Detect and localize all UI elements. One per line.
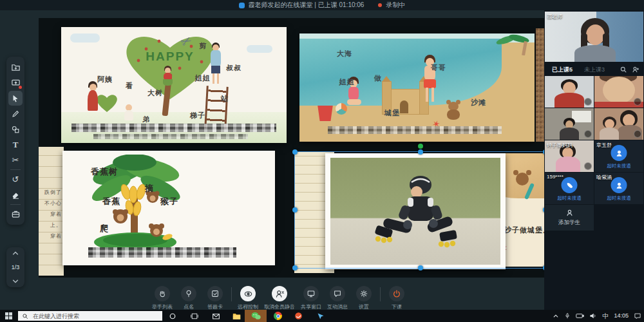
- roll-call-button[interactable]: 点名: [178, 286, 199, 310]
- add-student-label: 添加学生: [558, 219, 580, 227]
- resize-handle[interactable]: [418, 265, 423, 270]
- tab-not-in-class[interactable]: 未上课3: [584, 66, 605, 74]
- microphone-icon[interactable]: [564, 312, 571, 319]
- pen-tool-button[interactable]: [8, 106, 23, 121]
- gear-icon: [359, 289, 368, 298]
- app-icon: [239, 3, 245, 8]
- add-student-button[interactable]: 添加学生: [545, 205, 594, 231]
- resize-handle[interactable]: [292, 149, 298, 155]
- wechat-icon: [251, 312, 261, 320]
- castle-roof: [382, 76, 391, 82]
- phone-icon: [565, 181, 574, 189]
- eraser-tool-button[interactable]: [8, 187, 23, 202]
- teacher-video[interactable]: 霞老师: [545, 12, 643, 62]
- student-video-tile[interactable]: [594, 76, 643, 108]
- censored-text-mosaic: [93, 134, 248, 139]
- select-tool-button[interactable]: [8, 91, 23, 106]
- shapes-tool-button[interactable]: [8, 122, 23, 137]
- small-heart-bush: [95, 93, 119, 113]
- rotate-handle[interactable]: [418, 144, 423, 149]
- flashcard-family-tree[interactable]: HAPPY ✂: [61, 27, 287, 143]
- share-window-button[interactable]: 共享窗口: [301, 286, 321, 310]
- end-class-button[interactable]: 下课: [386, 286, 407, 310]
- search-icon: [22, 313, 28, 319]
- chrome-icon[interactable]: [273, 311, 283, 321]
- page-down-button[interactable]: [12, 279, 19, 284]
- action-center-icon[interactable]: [634, 312, 641, 319]
- student-avatar: [611, 177, 627, 193]
- word-label: 大树: [147, 88, 163, 98]
- page-up-button[interactable]: [12, 251, 19, 256]
- notification-badge: [19, 86, 22, 89]
- search-icon[interactable]: [620, 66, 627, 73]
- word-label: 猴子: [160, 196, 178, 207]
- word-label: 香蕉: [102, 196, 120, 207]
- student-offline-tile[interactable]: 喻紫涵 超时未接通: [594, 173, 643, 204]
- titlebar: 霞老师发起的在线课堂 | 已上课 01:10:06 录制中: [0, 0, 644, 10]
- ime-indicator[interactable]: 中: [602, 312, 609, 321]
- clock[interactable]: 14:05: [614, 313, 629, 319]
- resize-handle[interactable]: [418, 149, 423, 155]
- page-text-fragment: 穿着: [39, 231, 64, 242]
- undo-button[interactable]: ↺: [8, 172, 23, 187]
- answer-card-button[interactable]: 答题卡: [205, 286, 225, 310]
- cloud: [247, 45, 272, 53]
- recording-dot-icon: [378, 3, 382, 7]
- unmute-all-button[interactable]: 取消全员静音: [264, 286, 295, 310]
- reward-badge: [584, 130, 592, 138]
- word-label: 哥哥: [431, 63, 446, 73]
- cortana-icon[interactable]: [167, 311, 177, 321]
- power-icon: [392, 289, 401, 298]
- word-label: 沙滩: [471, 98, 486, 108]
- word-label: 大海: [337, 49, 352, 59]
- toolbox-button[interactable]: [8, 207, 23, 222]
- student-video-tile[interactable]: [545, 108, 594, 140]
- add-courseware-button[interactable]: [8, 60, 23, 75]
- resize-handle[interactable]: [292, 207, 298, 213]
- reward-badge: [584, 162, 592, 170]
- resize-handle[interactable]: [292, 265, 298, 270]
- cut-tool-button[interactable]: ✂: [8, 153, 23, 167]
- call-status: 超时未接通: [545, 195, 594, 202]
- messages-button[interactable]: 互动消息: [327, 286, 348, 310]
- volume-icon[interactable]: [589, 312, 597, 319]
- student-offline-tile[interactable]: 章玉舒 超时未接通: [594, 140, 643, 172]
- start-button[interactable]: [5, 312, 12, 319]
- wechat-taskbar-tile[interactable]: [245, 310, 267, 322]
- screen-share-button[interactable]: [8, 75, 23, 90]
- taskbar-search[interactable]: [18, 311, 162, 321]
- image-selection-box[interactable]: [294, 151, 544, 269]
- mail-app-icon[interactable]: [211, 311, 221, 321]
- recording-label: 录制中: [386, 1, 405, 10]
- search-input[interactable]: [32, 312, 144, 320]
- page-indicator: 1/3: [12, 264, 20, 270]
- flashcard-beach[interactable]: ✶ 大海 姐姐 做 哥哥 城堡 沙滩: [299, 33, 535, 142]
- tray-expand-icon[interactable]: [553, 314, 559, 318]
- remote-control-button[interactable]: 远程控制: [238, 286, 258, 310]
- reward-badge: [584, 98, 592, 106]
- raise-hand-list-button[interactable]: 举手列表: [152, 286, 173, 310]
- task-view-icon[interactable]: [189, 311, 199, 321]
- tab-in-class[interactable]: 已上课5: [552, 66, 573, 74]
- battery-icon[interactable]: [576, 313, 584, 319]
- drawing-toolbar: T ✂ ↺: [6, 57, 24, 225]
- student-video-tile[interactable]: 钟子墨妈妈: [545, 140, 594, 172]
- toolbar-divider: [380, 287, 381, 301]
- reward-badge: [634, 130, 641, 138]
- student-name-label: 章玉舒: [596, 142, 612, 149]
- flashcard-banana-tree[interactable]: 香蕉树 摘 香蕉 猴子 爬: [62, 151, 275, 265]
- svg-text:HAPPY: HAPPY: [146, 50, 194, 63]
- pinned-app-icon[interactable]: [316, 311, 325, 321]
- whiteboard-canvas[interactable]: HAPPY ✂: [0, 10, 544, 310]
- file-explorer-icon[interactable]: [232, 311, 242, 321]
- text-tool-button[interactable]: T: [8, 137, 23, 152]
- student-video-tile[interactable]: [594, 108, 643, 140]
- participants-sidebar: 霞老师 已上课5 未上课3: [544, 10, 644, 310]
- student-video-tile[interactable]: [545, 76, 594, 108]
- settings-button[interactable]: 设置: [354, 286, 374, 310]
- add-person-icon[interactable]: [632, 66, 639, 73]
- browser-app-icon[interactable]: [294, 311, 303, 321]
- student-offline-tile[interactable]: 159**** 超时未接通: [545, 173, 594, 204]
- word-label: 姐姐: [339, 77, 355, 87]
- censored-text-mosaic: [328, 126, 502, 134]
